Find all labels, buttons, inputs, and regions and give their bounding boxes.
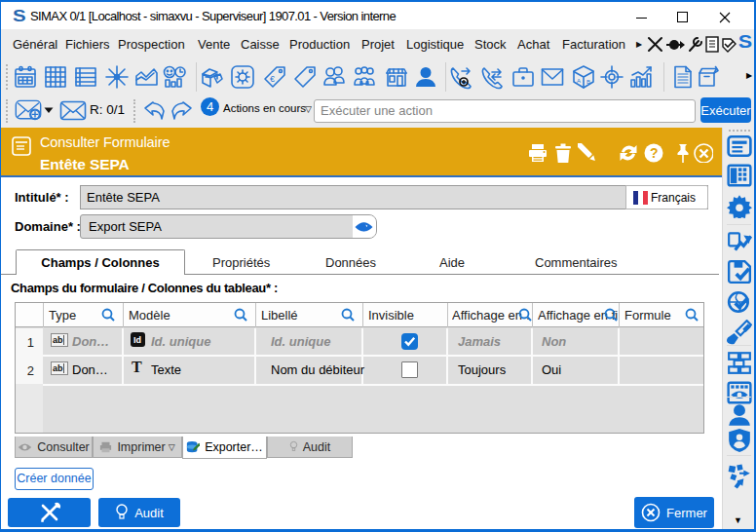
svg-text:ab: ab xyxy=(53,335,63,345)
svg-text:Id: Id xyxy=(133,335,141,345)
svg-text:ab: ab xyxy=(53,363,63,373)
svg-text:?: ? xyxy=(650,145,659,161)
svg-text:A: A xyxy=(577,78,581,84)
svg-text:€: € xyxy=(270,74,275,84)
svg-text:B: B xyxy=(586,79,590,85)
